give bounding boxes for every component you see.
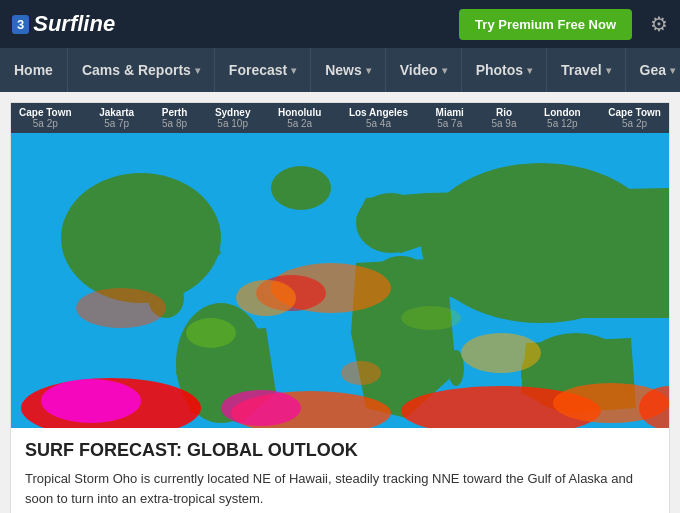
city-losangeles: Los Angeles 5a 4a	[349, 107, 408, 129]
city-miami: Miami 5a 7a	[436, 107, 464, 129]
nav-item-cams[interactable]: Cams & Reports ▾	[68, 48, 215, 92]
nav-label-travel: Travel	[561, 62, 601, 78]
nav-label-photos: Photos	[476, 62, 523, 78]
nav-label-gear: Gea	[640, 62, 666, 78]
svg-point-21	[221, 390, 301, 426]
main-content: Cape Town 5a 2p Jakarta 5a 7p Perth 5a 8…	[10, 102, 670, 513]
premium-button[interactable]: Try Premium Free Now	[459, 9, 632, 40]
svg-point-15	[271, 166, 331, 210]
site-logo[interactable]: 3 Surfline	[12, 11, 115, 37]
city-sydney: Sydney 5a 10p	[215, 107, 251, 129]
nav-item-forecast[interactable]: Forecast ▾	[215, 48, 311, 92]
city-perth: Perth 5a 8p	[162, 107, 188, 129]
chevron-down-icon: ▾	[291, 65, 296, 76]
city-honolulu: Honolulu 5a 2a	[278, 107, 321, 129]
nav-label-news: News	[325, 62, 362, 78]
chevron-down-icon: ▾	[606, 65, 611, 76]
svg-point-32	[401, 306, 461, 330]
chevron-down-icon: ▾	[442, 65, 447, 76]
svg-marker-12	[421, 188, 669, 318]
chevron-down-icon: ▾	[670, 65, 675, 76]
article-body: Tropical Storm Oho is currently located …	[25, 469, 655, 508]
nav-label-cams: Cams & Reports	[82, 62, 191, 78]
chevron-down-icon: ▾	[366, 65, 371, 76]
site-header: 3 Surfline Try Premium Free Now ⚙	[0, 0, 680, 48]
svg-point-28	[76, 288, 166, 328]
nav-item-travel[interactable]: Travel ▾	[547, 48, 625, 92]
city-jakarta: Jakarta 5a 7p	[99, 107, 134, 129]
svg-point-16	[601, 243, 621, 283]
svg-point-19	[41, 379, 141, 423]
main-nav: Home Cams & Reports ▾ Forecast ▾ News ▾ …	[0, 48, 680, 92]
gear-icon[interactable]: ⚙	[650, 12, 668, 36]
svg-point-31	[186, 318, 236, 348]
nav-label-home: Home	[14, 62, 53, 78]
logo-text: Surfline	[33, 11, 115, 37]
svg-point-27	[236, 280, 296, 316]
city-time-bar: Cape Town 5a 2p Jakarta 5a 7p Perth 5a 8…	[11, 103, 669, 133]
world-map	[11, 133, 669, 428]
city-rio: Rio 5a 9a	[491, 107, 516, 129]
chevron-down-icon: ▾	[195, 65, 200, 76]
article-section: SURF FORECAST: GLOBAL OUTLOOK Tropical S…	[11, 428, 669, 513]
city-capetown-1: Cape Town 5a 2p	[19, 107, 72, 129]
nav-item-photos[interactable]: Photos ▾	[462, 48, 547, 92]
nav-item-video[interactable]: Video ▾	[386, 48, 462, 92]
city-capetown-2: Cape Town 5a 2p	[608, 107, 661, 129]
chevron-down-icon: ▾	[527, 65, 532, 76]
nav-label-forecast: Forecast	[229, 62, 287, 78]
nav-label-video: Video	[400, 62, 438, 78]
svg-point-30	[341, 361, 381, 385]
city-london: London 5a 12p	[544, 107, 581, 129]
nav-item-news[interactable]: News ▾	[311, 48, 386, 92]
nav-item-gear[interactable]: Gea ▾	[626, 48, 680, 92]
svg-point-29	[461, 333, 541, 373]
logo-badge: 3	[12, 15, 29, 34]
article-title: SURF FORECAST: GLOBAL OUTLOOK	[25, 440, 655, 461]
nav-item-home[interactable]: Home	[0, 48, 68, 92]
